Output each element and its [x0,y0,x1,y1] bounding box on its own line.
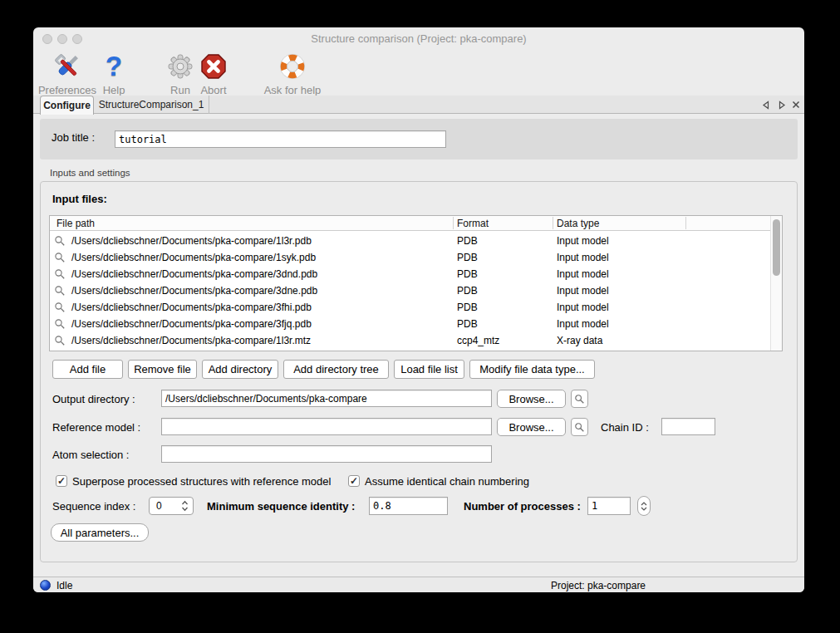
table-row[interactable]: /Users/dcliebschner/Documents/pka-compar… [50,249,782,266]
tab-bar: Configure StructureComparison_1 [33,96,804,114]
table-row[interactable]: /Users/dcliebschner/Documents/pka-compar… [50,233,782,249]
cell-data-type: X-ray data [557,335,602,346]
question-icon: ? [97,50,130,83]
min-sequence-identity-input[interactable] [369,497,448,515]
add-file-button[interactable]: Add file [52,360,123,379]
preferences-button[interactable]: Preferences [34,50,101,96]
sequence-index-label: Sequence index : [52,500,135,513]
magnifier-icon [54,268,66,282]
job-title-input[interactable] [115,130,446,148]
stepper-arrows-icon [181,500,189,512]
tab-scroll-right-button[interactable] [776,99,788,110]
search-reference-model-button[interactable] [571,418,588,436]
cell-data-type: Input model [557,252,609,263]
superpose-checkbox-label: Superpose processed structures with refe… [72,475,331,488]
magnifier-icon [54,252,66,266]
tab-label: StructureComparison_1 [99,99,204,110]
column-divider [553,217,553,229]
toolbar-label: Run [164,84,197,96]
column-header-format: Format [457,218,489,229]
run-button[interactable]: Run [164,50,197,96]
assume-chain-numbering-checkbox[interactable]: ✓ Assume identical chain numbering [348,474,529,488]
number-of-processes-stepper[interactable] [637,496,651,516]
tab-close-button[interactable] [790,99,802,110]
tab-scroll-left-button[interactable] [759,99,771,110]
cell-format: PDB [457,285,478,297]
search-output-directory-button[interactable] [571,390,588,408]
browse-output-directory-button[interactable]: Browse... [497,390,566,408]
assume-chain-numbering-checkbox-label: Assume identical chain numbering [365,475,529,488]
magnifier-icon [54,335,66,349]
chevron-up-icon [641,502,647,506]
abort-button[interactable]: Abort [193,50,234,96]
add-directory-tree-button[interactable]: Add directory tree [283,360,389,379]
tab-label: Configure [43,100,91,111]
input-files-heading: Input files: [52,193,107,205]
cell-file-path: /Users/dcliebschner/Documents/pka-compar… [71,268,317,280]
reference-model-input[interactable] [161,418,492,435]
table-scrollbar[interactable] [770,216,782,351]
triangle-left-icon [762,101,769,110]
magnifier-icon [54,235,66,249]
column-divider [453,217,454,229]
table-header: File path Format Data type [50,216,782,231]
close-icon [792,101,800,109]
superpose-checkbox[interactable]: ✓ Superpose processed structures with re… [56,474,331,488]
tab-structurecomparison-1[interactable]: StructureComparison_1 [94,96,209,114]
browse-reference-model-button[interactable]: Browse... [497,418,566,436]
magnifier-icon [574,422,585,433]
cell-data-type: Input model [557,285,609,297]
cell-data-type: Input model [557,235,609,247]
modify-file-data-type-button[interactable]: Modify file data type... [469,360,595,379]
toolbar-label: Help [97,84,130,96]
cell-format: PDB [457,302,478,313]
sequence-index-combobox[interactable]: 0 [149,497,194,515]
atom-selection-input[interactable] [161,445,492,463]
ask-for-help-button[interactable]: Ask for help [259,50,326,96]
table-row[interactable]: /Users/dcliebschner/Documents/pka-compar… [50,282,782,299]
load-file-list-button[interactable]: Load file list [394,360,464,379]
column-header-file-path: File path [56,218,95,229]
all-parameters-button[interactable]: All parameters... [51,523,149,542]
project-label: Project: pka-compare [551,580,646,591]
file-buttons-row: Add file Remove file Add directory Add d… [52,360,595,379]
cell-data-type: Input model [557,268,609,280]
sequence-index-value: 0 [150,500,181,512]
chain-id-label: Chain ID : [601,421,649,434]
table-row[interactable]: /Users/dcliebschner/Documents/pka-compar… [50,316,782,332]
chain-id-input[interactable] [661,418,715,435]
table-row[interactable]: /Users/dcliebschner/Documents/pka-compar… [50,299,782,316]
magnifier-icon [54,285,66,299]
lifebuoy-icon [259,50,326,83]
cell-file-path: /Users/dcliebschner/Documents/pka-compar… [71,285,317,297]
inputs-settings-groupbox: Input files: File path Format Data type … [40,181,798,562]
table-row[interactable]: /Users/dcliebschner/Documents/pka-compar… [50,266,782,282]
reference-model-row: Reference model : Browse... Chain ID : [41,418,797,436]
window-title: Structure comparison (Project: pka-compa… [33,32,804,45]
output-directory-input[interactable] [161,390,492,407]
triangle-right-icon [779,101,786,110]
status-bar: Idle Project: pka-compare [33,577,804,592]
magnifier-icon [574,394,585,405]
toolbar-label: Ask for help [259,84,326,96]
number-of-processes-input[interactable] [587,497,631,515]
job-title-label: Job title : [52,131,95,144]
help-button[interactable]: ? Help [97,50,130,96]
atom-selection-row: Atom selection : [41,445,797,464]
output-directory-label: Output directory : [52,393,135,405]
table-row[interactable]: /Users/dcliebschner/Documents/pka-compar… [50,332,782,349]
magnifier-icon [54,318,66,332]
job-title-panel: Job title : [40,119,798,159]
add-directory-button[interactable]: Add directory [202,360,278,379]
min-sequence-identity-label: Minimum sequence identity : [207,500,355,513]
column-divider [685,217,686,229]
cell-data-type: Input model [557,302,609,313]
checkbox-check-icon: ✓ [348,475,360,487]
reference-model-label: Reference model : [52,421,140,434]
remove-file-button[interactable]: Remove file [128,360,197,379]
gear-icon [164,50,197,83]
scrollbar-thumb[interactable] [773,219,780,276]
tab-configure[interactable]: Configure [40,96,94,115]
toolbar-label: Preferences [34,84,101,96]
chevron-down-icon [641,507,647,511]
